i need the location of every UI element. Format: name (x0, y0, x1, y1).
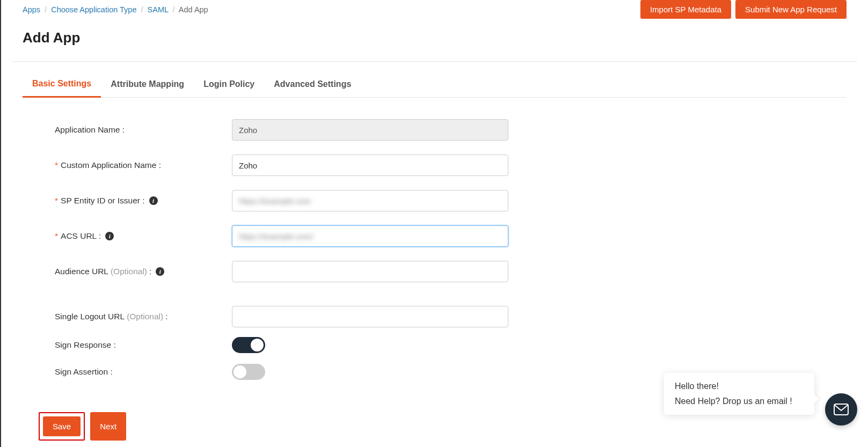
breadcrumb: Apps / Choose Application Type / SAML / … (23, 0, 208, 14)
acs-url-input[interactable]: https://example.com/ (232, 225, 508, 247)
save-button[interactable]: Save (43, 416, 81, 436)
breadcrumb-saml[interactable]: SAML (148, 5, 169, 14)
breadcrumb-choose-app-type[interactable]: Choose Application Type (51, 5, 136, 14)
sign-assertion-toggle[interactable] (232, 364, 265, 380)
sp-entity-id-input[interactable]: https://example.com (232, 190, 508, 211)
svg-rect-0 (834, 404, 848, 415)
chat-line-2: Need Help? Drop us an email ! (675, 397, 804, 406)
chat-help-popup: Hello there! Need Help? Drop us an email… (664, 373, 814, 415)
tab-attribute-mapping[interactable]: Attribute Mapping (101, 74, 194, 97)
custom-application-name-input[interactable] (232, 155, 508, 176)
application-name-input (232, 119, 508, 141)
divider (12, 61, 857, 62)
chat-line-1: Hello there! (675, 382, 804, 391)
custom-application-name-label: *Custom Application Name : (55, 160, 232, 170)
audience-url-label: Audience URL (Optional) : i (55, 267, 232, 276)
breadcrumb-sep: / (45, 5, 47, 14)
breadcrumb-current: Add App (179, 5, 208, 14)
page-title: Add App (1, 19, 868, 61)
acs-url-label: *ACS URL : i (55, 231, 232, 241)
sign-response-label: Sign Response : (55, 340, 232, 350)
application-name-label: Application Name : (55, 125, 232, 135)
form-area: Application Name : *Custom Application N… (1, 98, 868, 396)
tab-login-policy[interactable]: Login Policy (194, 74, 264, 97)
sign-response-toggle[interactable] (232, 337, 265, 353)
tabs: Basic Settings Attribute Mapping Login P… (23, 74, 847, 98)
tab-basic-settings[interactable]: Basic Settings (23, 74, 101, 98)
breadcrumb-sep: / (141, 5, 143, 14)
sp-entity-id-label: *SP Entity ID or Issuer : i (55, 196, 232, 206)
submit-new-app-request-button[interactable]: Submit New App Request (735, 0, 847, 19)
info-icon[interactable]: i (149, 196, 158, 205)
tab-advanced-settings[interactable]: Advanced Settings (264, 74, 361, 97)
single-logout-url-label: Single Logout URL (Optional) : (55, 312, 232, 321)
info-icon[interactable]: i (105, 232, 114, 240)
single-logout-url-input[interactable] (232, 306, 508, 327)
next-button[interactable]: Next (90, 412, 126, 441)
breadcrumb-apps[interactable]: Apps (23, 5, 40, 14)
mail-icon (834, 404, 849, 415)
sign-assertion-label: Sign Assertion : (55, 367, 232, 377)
import-sp-metadata-button[interactable]: Import SP Metadata (640, 0, 731, 19)
breadcrumb-sep: / (173, 5, 175, 14)
info-icon[interactable]: i (156, 267, 164, 276)
audience-url-input[interactable] (232, 261, 508, 282)
chat-fab-button[interactable] (825, 393, 857, 426)
save-button-highlight: Save (39, 412, 85, 441)
